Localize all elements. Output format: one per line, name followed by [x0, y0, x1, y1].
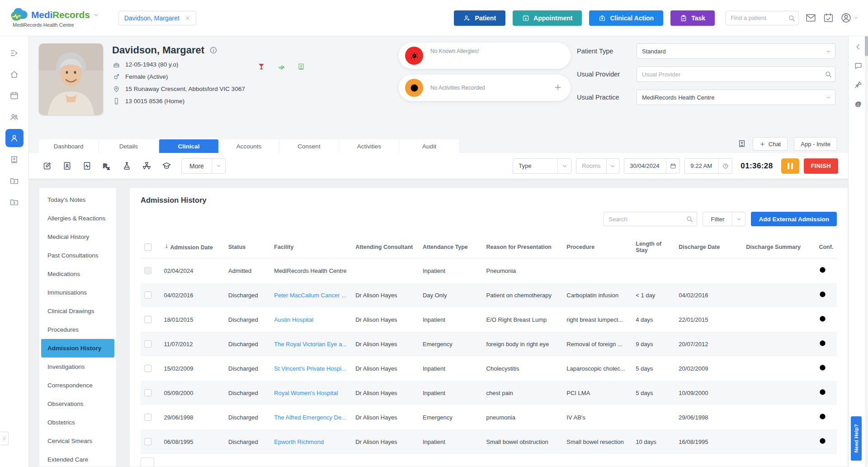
tab-consent[interactable]: Consent	[279, 139, 339, 153]
select-all-checkbox[interactable]	[144, 243, 151, 251]
row-checkbox[interactable]	[144, 291, 151, 299]
smoking-status-icon[interactable]	[277, 62, 285, 71]
messages-button[interactable]	[805, 12, 816, 24]
tab-activities[interactable]: Activities	[340, 139, 399, 153]
toolbar-doc-pulse-button[interactable]	[79, 157, 95, 174]
menu-item-procedures[interactable]: Procedures	[41, 320, 114, 339]
row-checkbox[interactable]	[144, 340, 151, 348]
menu-item-observations[interactable]: Observations	[41, 395, 114, 413]
alcohol-status-icon[interactable]	[257, 62, 265, 71]
row-info-icon[interactable]	[819, 339, 826, 347]
app-logo[interactable]: MediRecords MediRecords Health Centre	[9, 8, 99, 28]
row-info-icon[interactable]	[819, 364, 826, 372]
menu-item-obstetrics[interactable]: Obstetrics	[41, 413, 114, 432]
facility-link[interactable]: Austin Hospital	[274, 316, 313, 323]
row-checkbox[interactable]	[144, 267, 151, 274]
rooms-select[interactable]: Rooms	[576, 158, 619, 174]
menu-item-clinical-drawings[interactable]: Clinical Drawings	[41, 302, 114, 320]
row-info-icon[interactable]	[819, 388, 826, 396]
menu-item-immunisations[interactable]: Immunisations	[41, 283, 114, 302]
usual-provider-input[interactable]	[642, 71, 821, 78]
col-attending-consultant[interactable]: Attending Consultant	[352, 236, 419, 258]
pause-timer-button[interactable]	[781, 158, 799, 174]
finish-button[interactable]: FINISH	[804, 158, 838, 174]
col-status[interactable]: Status	[225, 236, 270, 258]
facility-link[interactable]: St Vincent's Private Hospi...	[274, 365, 346, 372]
allergies-card[interactable]: No Known Allergies!	[399, 43, 571, 69]
toolbar-radiation-button[interactable]	[138, 157, 155, 174]
facility-link[interactable]: The Royal Victorian Eye a...	[274, 341, 347, 348]
row-checkbox[interactable]	[144, 316, 151, 323]
row-checkbox[interactable]	[144, 365, 151, 372]
need-help-tab[interactable]: Need Help?	[851, 416, 862, 461]
rail-item-hospital[interactable]	[5, 150, 24, 168]
menu-item-admission-history[interactable]: Admission History	[41, 339, 114, 357]
rail-item-collapse[interactable]	[5, 44, 24, 62]
col-length-of-stay[interactable]: Length of Stay	[632, 236, 675, 258]
clinical-action-button[interactable]: Clinical Action	[589, 10, 663, 26]
rail-item-calendar[interactable]	[5, 86, 24, 105]
patient-button[interactable]: Patient	[454, 10, 505, 26]
row-info-icon[interactable]	[819, 437, 826, 445]
col-discharge-summary[interactable]: Discharge Summary	[742, 236, 815, 258]
task-button[interactable]: Task	[670, 10, 715, 26]
panel-expander-handle[interactable]	[0, 432, 9, 445]
more-button[interactable]: More	[181, 158, 226, 174]
toolbar-compose-button[interactable]	[39, 157, 56, 174]
rail-item-patient[interactable]	[5, 129, 24, 147]
menu-item-past-consultations[interactable]: Past Consultations	[41, 246, 114, 265]
rail-item-users[interactable]	[5, 108, 24, 126]
toolbar-grad-cap-button[interactable]	[158, 157, 175, 174]
search-icon[interactable]	[821, 67, 835, 81]
usual-practice-select[interactable]: MediRecords Health Centre	[637, 90, 835, 105]
row-info-icon[interactable]	[819, 266, 826, 274]
tab-accounts[interactable]: Accounts	[219, 139, 278, 153]
toolbar-rx-button[interactable]: Rx	[99, 157, 115, 174]
consult-date-picker[interactable]: 30/04/2024	[624, 158, 680, 174]
row-info-icon[interactable]	[819, 413, 826, 420]
menu-item-medical-history[interactable]: Medical History	[41, 228, 114, 246]
row-info-icon[interactable]	[819, 291, 826, 298]
row-checkbox[interactable]	[144, 389, 151, 396]
col-procedure[interactable]: Procedure	[563, 236, 632, 258]
chevron-down-icon[interactable]	[93, 12, 99, 18]
row-checkbox[interactable]	[144, 438, 151, 445]
filter-button[interactable]: Filter	[703, 212, 745, 226]
close-icon[interactable]	[185, 15, 190, 21]
rail-item-folder-arrow[interactable]	[5, 172, 24, 190]
window-scrollbar[interactable]	[865, 36, 868, 467]
right-rail-chat-button[interactable]	[854, 62, 863, 70]
col-discharge-date[interactable]: Discharge Date	[675, 236, 742, 258]
menu-item-extended-care[interactable]: Extended Care	[41, 450, 114, 467]
right-rail-chevron-left-button[interactable]	[854, 43, 863, 51]
tab-details[interactable]: Details	[99, 139, 158, 153]
rail-item-home[interactable]	[5, 65, 24, 83]
tab-clinical[interactable]: Clinical	[159, 139, 218, 153]
consult-time-picker[interactable]: 9:22 AM	[684, 158, 732, 174]
activities-card[interactable]: No Activities Recorded	[399, 75, 571, 101]
facility-link[interactable]: The Alfred Emergency De...	[274, 414, 346, 421]
col-attendance-type[interactable]: Attendance Type	[419, 236, 483, 258]
app-invite-button[interactable]: App - Invite	[794, 137, 837, 151]
add-external-admission-button[interactable]: Add External Admission	[751, 212, 837, 226]
menu-item-medications[interactable]: Medications	[41, 265, 114, 283]
patient-type-select[interactable]: Standard	[637, 43, 835, 59]
info-icon[interactable]	[209, 46, 217, 54]
table-search-input[interactable]	[604, 212, 697, 226]
col-admission-date[interactable]: Admission Date	[160, 236, 225, 258]
facility-link[interactable]: Peter MacCallum Cancer ...	[274, 292, 346, 299]
scrollbar-thumb[interactable]	[865, 36, 868, 56]
col-facility[interactable]: Facility	[270, 236, 352, 258]
col-conf[interactable]: Conf.	[815, 236, 837, 258]
account-menu-button[interactable]	[840, 12, 859, 24]
tab-dashboard[interactable]: Dashboard	[39, 139, 98, 153]
facility-link[interactable]: Epworth Richmond	[274, 438, 324, 445]
menu-item-allergies-reactions[interactable]: Allergies & Reactions	[41, 209, 114, 228]
facility-link[interactable]: Royal Women's Hospital	[274, 390, 338, 396]
hospital-status-icon[interactable]	[297, 62, 305, 71]
menu-item-cervical-smears[interactable]: Cervical Smears	[41, 432, 114, 450]
search-icon[interactable]	[686, 215, 693, 223]
row-checkbox[interactable]	[144, 414, 151, 421]
consult-type-select[interactable]: Type	[513, 158, 571, 174]
open-patient-tab[interactable]: Davidson, Margaret	[118, 11, 196, 25]
